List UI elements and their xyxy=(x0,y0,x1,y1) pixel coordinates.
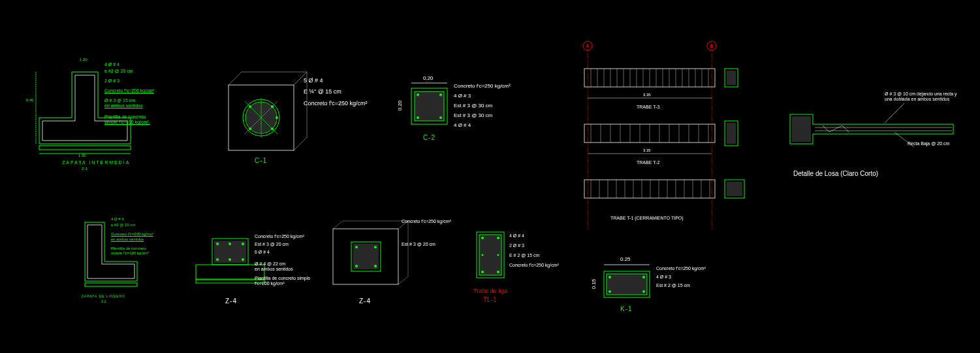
svg-rect-83 xyxy=(727,71,736,85)
dim: 0.20 xyxy=(397,101,403,111)
note: una doblada en ambos sentidos xyxy=(885,97,949,101)
note: 2 Ø # 3 xyxy=(104,78,119,83)
svg-point-37 xyxy=(355,246,358,248)
svg-point-12 xyxy=(249,127,251,130)
trabe-t1: TRABE T-1 (CERRAMIENTO TIPO) xyxy=(610,216,684,220)
svg-rect-100 xyxy=(584,180,715,198)
svg-point-20 xyxy=(417,116,419,119)
column-c1: 5 Ø # 4 E ¼" @ 15 cm Concreto f'c=250 kg… xyxy=(222,65,326,158)
note: Est # 3 @ 30 cm xyxy=(454,112,492,118)
note: Est # 3 @ 20 cm xyxy=(255,242,289,246)
detalle-losa: Ø # 3 @ 10 cm dejando una recta y una do… xyxy=(783,98,966,178)
note: Recta Baja @ 20 cm xyxy=(908,141,949,146)
svg-rect-99 xyxy=(727,123,736,144)
svg-rect-17 xyxy=(415,92,444,121)
title: K-1 xyxy=(620,305,633,312)
note: Plantilla de concreto xyxy=(111,246,146,250)
note: simple f'c=100 kg/cm². xyxy=(104,120,150,124)
note: f'c=100 kg/cm² xyxy=(255,281,285,286)
svg-point-48 xyxy=(481,271,484,273)
note: Plantilla de concreto xyxy=(104,114,146,119)
note: Concreto f'c=250 kg/cm² xyxy=(454,83,511,89)
title: Detalle de Losa (Claro Corto) xyxy=(793,170,878,177)
dim: 1.20 xyxy=(80,58,87,61)
svg-point-38 xyxy=(374,246,377,248)
svg-point-53 xyxy=(609,276,611,278)
note: 4 Ø # 3 xyxy=(656,275,671,279)
svg-rect-52 xyxy=(607,274,647,295)
z4-plan-b: Concreto f'c=250 kg/cm² Est # 3 @ 20 cm … xyxy=(326,216,411,295)
note: 6 Ø # 4 xyxy=(255,250,270,254)
note: en ambos sentidos xyxy=(255,267,293,271)
note: E ¼" @ 15 cm xyxy=(304,88,341,95)
note: 5 Ø # 4 xyxy=(304,77,323,84)
note: Ø # 4 @ 22 cm xyxy=(255,261,285,266)
note: Concreto f'c=250 kg/cm² xyxy=(509,263,559,267)
trabe-t2: TRABE T-2 xyxy=(637,160,659,165)
note: Concreto f'c=250 kg/cm² xyxy=(304,100,368,107)
svg-point-47 xyxy=(498,254,499,256)
svg-point-29 xyxy=(216,258,219,261)
svg-point-21 xyxy=(439,116,442,119)
note: 2 Ø # 3 xyxy=(509,243,524,248)
dim: 3.35 xyxy=(643,148,651,152)
svg-point-13 xyxy=(271,127,274,130)
svg-point-55 xyxy=(609,290,611,293)
trabe-tl1: 4 Ø # 4 2 Ø # 3 E # 2 @ 15 cm Concreto f… xyxy=(470,226,529,292)
note: Concreto f'c=200 kg/cm² xyxy=(111,232,153,236)
note: Est # 2 @ 15 cm xyxy=(656,283,690,288)
note: simple f'c=100 kg/cm² xyxy=(111,251,149,255)
svg-point-14 xyxy=(276,116,278,119)
note: E # 2 @ 15 cm xyxy=(509,253,539,258)
zapata-lindero: 4 Ø # 4 e #2 @ 20 cm Concreto f'c=200 kg… xyxy=(46,209,163,309)
note: 4 Ø # 4 xyxy=(104,62,119,67)
z4-section-a: Concreto f'c=250 kg/cm² Est # 3 @ 20 cm … xyxy=(189,229,287,302)
dim: 0.40 xyxy=(26,98,34,102)
trabes-elevations: A B TRABE T-3 TRABE T-2 TRABE T-1 (CERRA… xyxy=(568,39,777,237)
svg-point-45 xyxy=(497,237,499,239)
axis-b: B xyxy=(710,43,713,49)
k1-section: 0.25 0.15 Concreto f'c=250 kg/cm² 4 Ø # … xyxy=(594,258,672,312)
title: ZAPATA DE LINDERO xyxy=(82,294,125,298)
note: en ambos sentidos xyxy=(111,237,144,241)
svg-rect-117 xyxy=(727,182,742,196)
note: Ø # 3 @ 15 cm. xyxy=(104,98,136,103)
svg-point-10 xyxy=(249,105,251,108)
dim: 0.25 xyxy=(620,256,631,262)
title: Z-4 xyxy=(225,297,237,305)
svg-point-56 xyxy=(642,290,645,293)
note: Concreto f'c=250 kg/cm² xyxy=(402,219,451,224)
zapata-intermedia: 4 Ø # 4 e #2 @ 20 cm 2 Ø # 3 Concreto f'… xyxy=(33,52,163,171)
note: e #2 @ 20 cm xyxy=(104,69,133,73)
svg-point-39 xyxy=(355,265,358,267)
svg-point-46 xyxy=(482,254,484,256)
note: Concreto f'c=250 kg/cm² xyxy=(656,266,706,271)
title: C-1 xyxy=(255,157,267,164)
svg-rect-120 xyxy=(792,116,811,142)
dim: 0.15 xyxy=(591,279,597,290)
title: C-2 xyxy=(423,134,435,141)
title: TL-1 xyxy=(483,296,497,303)
note: Concreto f'c=250 kg/cm² xyxy=(255,234,304,239)
svg-point-54 xyxy=(642,276,645,278)
dim: 0.20 xyxy=(423,75,434,81)
trabe-t3: TRABE T-3 xyxy=(637,105,659,109)
svg-line-123 xyxy=(885,103,904,123)
svg-point-31 xyxy=(242,258,244,261)
svg-rect-23 xyxy=(85,283,137,286)
note: 4 Ø # 4 xyxy=(111,217,124,221)
note: en ambos sentidos xyxy=(104,103,143,108)
svg-point-19 xyxy=(439,93,442,96)
svg-point-11 xyxy=(271,105,274,108)
dim: 1.30 xyxy=(78,154,86,158)
note: 4 Ø # 4 xyxy=(454,122,471,128)
axis-a: A xyxy=(586,43,589,49)
note: Concreto f'c=250 kg/cm² xyxy=(104,88,154,93)
svg-point-28 xyxy=(242,243,244,245)
note: 4 Ø # 4 xyxy=(509,233,524,238)
title: Trabe de liga xyxy=(473,288,507,294)
svg-point-30 xyxy=(229,258,231,261)
svg-point-40 xyxy=(374,265,377,267)
note: Est # 3 @ 20 cm xyxy=(402,242,435,246)
note: Ø # 3 @ 10 cm dejando una recta y xyxy=(885,92,957,96)
